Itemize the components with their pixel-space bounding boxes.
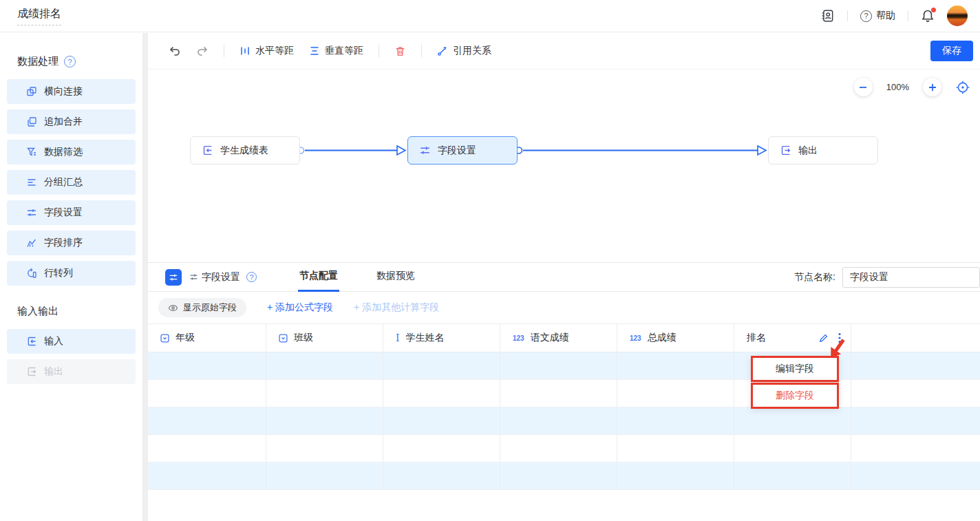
undo-button[interactable] bbox=[169, 45, 181, 57]
node-student-scores[interactable]: 学生成绩表 bbox=[190, 136, 300, 164]
contacts-icon[interactable] bbox=[821, 9, 835, 23]
sidebar-item-label: 字段排序 bbox=[44, 237, 83, 249]
crosshair-icon bbox=[955, 80, 970, 95]
eye-icon bbox=[168, 303, 178, 313]
panel-tabs: 节点配置 数据预览 bbox=[298, 263, 416, 292]
column-label: 总成绩 bbox=[648, 332, 677, 344]
zoom-controls: 100% bbox=[854, 78, 970, 96]
sidebar-item-group-summary[interactable]: 分组汇总 bbox=[7, 170, 136, 195]
delete-button[interactable] bbox=[394, 45, 406, 57]
field-settings-node-icon bbox=[419, 145, 431, 156]
sidebar-item-append-merge[interactable]: 追加合并 bbox=[7, 109, 136, 134]
field-settings-icon bbox=[26, 207, 37, 218]
append-merge-icon bbox=[26, 116, 37, 127]
node-name-input[interactable] bbox=[842, 267, 980, 288]
sidebar-item-horizontal-join[interactable]: 横向连接 bbox=[7, 79, 136, 104]
show-original-fields-label: 显示原始字段 bbox=[183, 301, 237, 314]
help-button[interactable]: ? 帮助 bbox=[860, 10, 895, 22]
node-name-label: 节点名称: bbox=[794, 271, 835, 284]
topbar-actions: ? 帮助 bbox=[821, 6, 980, 26]
node-field-settings[interactable]: 字段设置 bbox=[407, 136, 518, 164]
column-label: 学生姓名 bbox=[406, 332, 445, 344]
topbar-separator bbox=[908, 10, 908, 21]
undo-icon bbox=[169, 45, 181, 57]
node-output[interactable]: 输出 bbox=[768, 136, 878, 164]
section-help-icon[interactable]: ? bbox=[64, 56, 76, 67]
select-type-icon bbox=[279, 334, 288, 343]
horizontal-spacing-label: 水平等距 bbox=[255, 45, 294, 57]
sidebar-item-field-sort[interactable]: 字段排序 bbox=[7, 231, 136, 255]
sidebar: 数据处理 ? 横向连接 追加合并 数据筛选 分组汇总 字段设置 字 bbox=[0, 33, 142, 521]
sidebar-item-data-filter[interactable]: 数据筛选 bbox=[7, 140, 136, 164]
group-summary-icon bbox=[26, 177, 37, 188]
reference-relation-button[interactable]: 引用关系 bbox=[437, 45, 491, 57]
sidebar-divider bbox=[142, 33, 148, 521]
section-title: 输入输出 bbox=[17, 305, 58, 318]
notification-dot bbox=[931, 8, 936, 12]
tab-data-preview[interactable]: 数据预览 bbox=[375, 263, 416, 292]
column-header-class[interactable]: 班级 bbox=[266, 324, 383, 352]
node-config-panel: 字段设置 ? 节点配置 数据预览 节点名称: 显示原始字段 + 添加公式字段 +… bbox=[148, 262, 980, 490]
annotation-arrow bbox=[824, 337, 851, 359]
reference-relation-label: 引用关系 bbox=[453, 45, 491, 57]
add-formula-field-button[interactable]: + 添加公式字段 bbox=[267, 301, 333, 314]
node-label: 字段设置 bbox=[438, 145, 476, 157]
field-sort-icon bbox=[26, 237, 37, 248]
panel-actions: 显示原始字段 + 添加公式字段 + 添加其他计算字段 bbox=[148, 292, 980, 324]
data-filter-icon bbox=[26, 147, 37, 158]
panel-help-icon[interactable]: ? bbox=[246, 272, 257, 282]
sidebar-item-label: 字段设置 bbox=[44, 206, 83, 219]
sidebar-section-input-output: 输入输出 bbox=[17, 305, 142, 318]
input-node-icon bbox=[202, 145, 213, 156]
table-row bbox=[148, 352, 980, 380]
column-header-empty bbox=[851, 324, 980, 352]
topbar: 成绩排名 ? 帮助 bbox=[0, 0, 980, 32]
redo-button[interactable] bbox=[196, 45, 209, 57]
save-button[interactable]: 保存 bbox=[930, 41, 973, 61]
zoom-out-button[interactable] bbox=[854, 78, 873, 96]
column-label: 班级 bbox=[294, 332, 313, 344]
flow-edges bbox=[148, 70, 980, 262]
user-avatar[interactable] bbox=[947, 6, 968, 26]
input-icon bbox=[26, 336, 37, 347]
toolbar-separator bbox=[421, 45, 422, 57]
vertical-spacing-button[interactable]: 垂直等距 bbox=[309, 45, 363, 57]
menu-item-edit-field[interactable]: 编辑字段 bbox=[751, 356, 839, 382]
horizontal-spacing-button[interactable]: 水平等距 bbox=[239, 45, 294, 57]
notifications-button[interactable] bbox=[921, 9, 935, 23]
vertical-spacing-icon bbox=[309, 45, 320, 56]
tab-node-config[interactable]: 节点配置 bbox=[298, 263, 339, 292]
node-name-group: 节点名称: bbox=[794, 267, 980, 288]
menu-item-delete-field[interactable]: 删除字段 bbox=[751, 383, 839, 409]
number-type-icon: 123 bbox=[630, 334, 641, 342]
panel-header: 字段设置 ? 节点配置 数据预览 节点名称: bbox=[148, 263, 980, 292]
select-type-icon bbox=[160, 334, 169, 343]
table-row bbox=[148, 462, 980, 490]
horizontal-spacing-icon bbox=[239, 45, 251, 56]
sidebar-item-field-settings[interactable]: 字段设置 bbox=[7, 200, 136, 225]
page-title[interactable]: 成绩排名 bbox=[17, 7, 61, 25]
sidebar-item-label: 追加合并 bbox=[44, 116, 83, 128]
show-original-fields-button[interactable]: 显示原始字段 bbox=[158, 298, 246, 317]
column-header-grade[interactable]: 年级 bbox=[148, 324, 266, 352]
reference-relation-icon bbox=[437, 45, 448, 56]
field-settings-badge bbox=[165, 269, 182, 286]
topbar-separator bbox=[847, 10, 848, 21]
sidebar-item-input[interactable]: 输入 bbox=[7, 329, 136, 354]
sidebar-item-row-to-column[interactable]: 行转列 bbox=[7, 261, 136, 286]
help-label: 帮助 bbox=[876, 10, 895, 22]
fit-view-button[interactable] bbox=[955, 80, 970, 95]
column-header-chinese-score[interactable]: 123 语文成绩 bbox=[500, 324, 617, 352]
plus-icon bbox=[928, 83, 937, 92]
flow-canvas[interactable]: 学生成绩表 字段设置 输出 100% bbox=[148, 70, 980, 262]
trash-icon bbox=[394, 45, 406, 57]
column-header-total-score[interactable]: 123 总成绩 bbox=[617, 324, 734, 352]
horizontal-join-icon bbox=[26, 86, 37, 97]
sidebar-item-label: 横向连接 bbox=[44, 85, 83, 98]
column-header-student-name[interactable]: I 学生姓名 bbox=[383, 324, 500, 352]
zoom-in-button[interactable] bbox=[923, 78, 941, 96]
node-label: 学生成绩表 bbox=[220, 145, 268, 157]
row-to-column-icon bbox=[26, 268, 37, 279]
sidebar-section-data-processing: 数据处理 ? bbox=[17, 55, 142, 68]
vertical-spacing-label: 垂直等距 bbox=[325, 45, 363, 57]
